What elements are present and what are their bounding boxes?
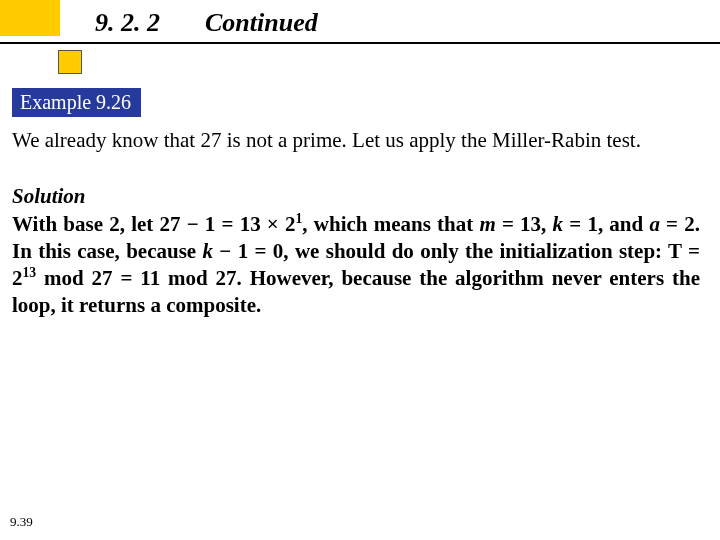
slide-header: 9. 2. 2 Continued [0,0,720,70]
section-number: 9. 2. 2 [95,8,160,38]
solution-text: Solution With base 2, let 27 − 1 = 13 × … [12,183,700,319]
var-k2: k [203,239,214,263]
var-a: a [649,212,660,236]
solution-heading: Solution [12,184,86,208]
sol-l3: mod 27 = 11 mod 27. However, because the… [12,266,700,317]
problem-statement: We already know that 27 is not a prime. … [12,127,700,153]
decor-yellow-block [0,0,60,36]
continued-label: Continued [205,8,318,38]
sol-part1b: , which means that [302,212,479,236]
example-badge: Example 9.26 [12,88,141,117]
sol-part1a: With base 2, let 27 − 1 = 13 × 2 [12,212,296,236]
sol-eqm: = 13, [496,212,553,236]
page-number: 9.39 [10,514,33,530]
header-rule [0,42,720,44]
sol-exp2: 13 [23,265,37,280]
decor-small-square [58,50,82,74]
var-k: k [553,212,564,236]
var-m: m [479,212,495,236]
sol-eqk: = 1, and [563,212,649,236]
